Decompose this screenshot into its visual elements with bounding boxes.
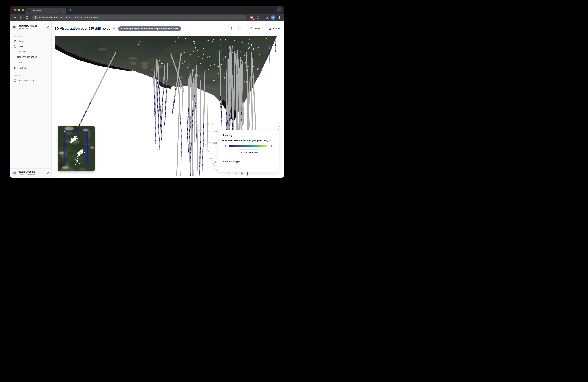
folder-icon xyxy=(14,45,16,48)
assay-band xyxy=(174,99,174,103)
user-email: ryan@mineflow.ai xyxy=(19,173,45,176)
kebab-menu-icon xyxy=(278,16,281,19)
assay-band xyxy=(166,96,166,99)
assay-band xyxy=(155,108,155,112)
password-extension-button[interactable]: 6 xyxy=(249,15,254,20)
tab-strip: Mineflow × + xyxy=(10,6,284,14)
assay-band xyxy=(189,149,189,152)
3d-viewport[interactable]: 6518.0 kmN6517.3 kmN6516.6 kmN6515 Assay… xyxy=(55,36,282,176)
assay-band xyxy=(175,95,175,96)
assay-band xyxy=(162,109,162,112)
assay-band xyxy=(165,112,166,115)
assay-band xyxy=(163,98,163,102)
sidebar-item-projects[interactable]: Projects xyxy=(11,65,50,71)
assay-band xyxy=(181,122,181,124)
assay-band xyxy=(159,91,159,94)
layers-icon xyxy=(231,27,233,30)
chevron-updown-icon xyxy=(47,26,49,29)
field-patch xyxy=(59,152,64,154)
user-menu[interactable]: RG Ryan Goggins ryan@mineflow.ai xyxy=(10,168,51,178)
sidebar-item-files[interactable]: Files xyxy=(11,44,50,49)
assay-band xyxy=(159,132,159,135)
extensions-button[interactable] xyxy=(255,15,260,20)
zoom-window-button[interactable] xyxy=(22,9,24,11)
field-patch xyxy=(83,129,88,132)
assay-band xyxy=(173,107,173,110)
new-tab-button[interactable]: + xyxy=(68,8,73,12)
assay-band xyxy=(221,114,221,117)
sidebar-item-trash[interactable]: Trash xyxy=(11,59,50,65)
close-window-button[interactable] xyxy=(14,9,17,11)
assay-band xyxy=(159,137,159,141)
assay-band xyxy=(162,104,163,105)
assay-band xyxy=(157,93,158,96)
assay-band xyxy=(191,115,191,118)
predict-button[interactable]: Predict xyxy=(247,25,264,32)
sidebar-item-documentation[interactable]: Documentation xyxy=(11,78,50,83)
mineflow-favicon xyxy=(28,9,31,12)
desktop: Mineflow × + xyxy=(0,0,294,191)
assay-band xyxy=(89,102,91,105)
chevron-down-icon xyxy=(278,9,280,11)
book-open-icon xyxy=(14,79,16,82)
assay-band xyxy=(229,174,229,176)
map-icon xyxy=(14,67,16,69)
assay-band xyxy=(161,130,161,133)
assay-band xyxy=(158,105,158,108)
assay-panel: Assay niobium PPM icp-ms/oes (nb_ppm_icp… xyxy=(218,130,279,172)
axis-label: 6515 xyxy=(210,160,218,164)
chevron-down-icon xyxy=(46,45,48,47)
show-lithologies-link[interactable]: Show Lithologies xyxy=(222,160,275,163)
assay-band xyxy=(166,90,167,93)
tab-title: Mineflow xyxy=(32,9,60,12)
scale-max-value: 259.00 xyxy=(269,145,275,147)
back-button[interactable] xyxy=(12,15,17,20)
user-name: Ryan Goggins xyxy=(19,170,45,173)
minimap[interactable] xyxy=(58,126,95,172)
window-controls xyxy=(14,9,24,11)
viridis-gradient-bar xyxy=(229,145,267,147)
assay-band xyxy=(154,102,155,105)
page-title: 3D Visualization over 539 drill holes xyxy=(55,27,110,31)
assay-band xyxy=(166,101,166,103)
url-text: mineflow.ai/3d/859137d7-e5ac-4f7e-b13d-c… xyxy=(39,16,98,19)
profile-button[interactable]: R xyxy=(271,15,276,20)
layers-button[interactable]: Layers xyxy=(228,25,245,32)
browser-toolbar: mineflow.ai/3d/859137d7-e5ac-4f7e-b13d-c… xyxy=(10,14,284,21)
export-button-label: Export xyxy=(273,27,280,30)
tab-close-icon[interactable]: × xyxy=(62,9,65,12)
assay-band xyxy=(163,91,163,95)
downloads-button[interactable] xyxy=(264,15,270,20)
user-avatar: RG xyxy=(12,171,17,176)
org-name: Mineflow Mining xyxy=(19,24,45,27)
export-button[interactable]: Export xyxy=(266,25,282,32)
sidebar-item-recently-uploaded[interactable]: Recently Uploaded xyxy=(11,54,50,59)
assay-band xyxy=(88,106,89,107)
field-patch xyxy=(65,127,74,130)
back-to-selection-button[interactable]: Back to Selection xyxy=(237,149,261,155)
org-switcher[interactable]: MM Mineflow Mining Enterprise xyxy=(10,23,51,31)
address-bar[interactable]: mineflow.ai/3d/859137d7-e5ac-4f7e-b13d-c… xyxy=(32,15,246,20)
reload-button[interactable] xyxy=(24,15,30,20)
extension-badge: 6 xyxy=(252,18,255,20)
sidebar-item-label: Home xyxy=(18,40,24,42)
sidebar-item-home[interactable]: Home xyxy=(11,38,50,44)
assay-band xyxy=(173,104,174,106)
password-extension-icon: 6 xyxy=(250,16,253,19)
edit-title-button[interactable] xyxy=(112,27,115,30)
forward-button[interactable] xyxy=(18,15,23,20)
section-label-data-room: Data Room xyxy=(10,35,51,38)
sidebar-item-all-files[interactable]: All Files xyxy=(11,49,50,54)
section-label-platform: Platform xyxy=(10,75,51,78)
assay-band xyxy=(155,117,155,120)
assay-band xyxy=(228,120,228,124)
drill-hole xyxy=(207,96,208,176)
tab-search-button[interactable] xyxy=(277,7,282,12)
minimize-window-button[interactable] xyxy=(18,9,21,11)
assay-band xyxy=(159,124,159,128)
browser-tab[interactable]: Mineflow × xyxy=(26,8,66,14)
browser-menu-button[interactable] xyxy=(277,15,282,20)
assay-band xyxy=(158,114,158,117)
org-avatar: MM xyxy=(12,25,17,30)
assay-band xyxy=(270,49,270,54)
